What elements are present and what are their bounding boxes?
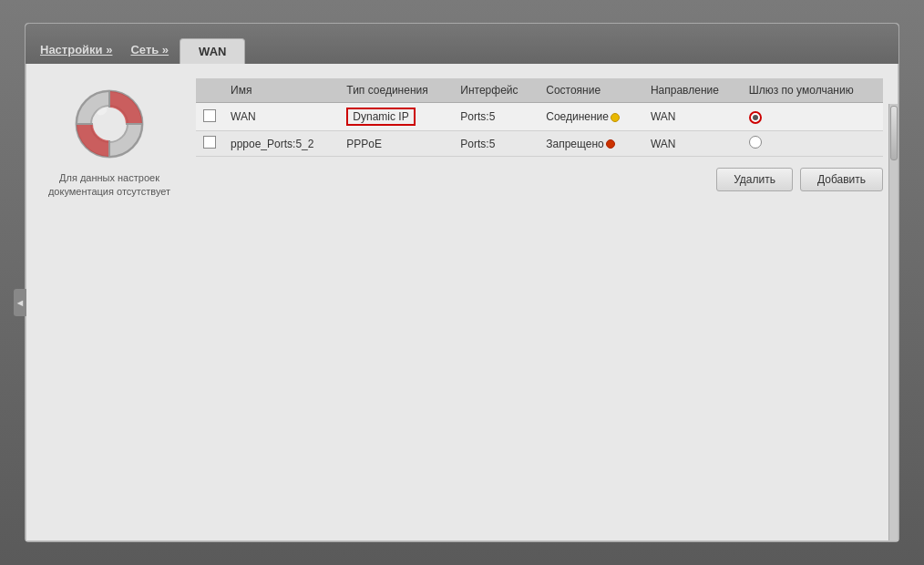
add-button[interactable]: Добавить	[800, 168, 883, 191]
row2-interface: Ports:5	[453, 131, 539, 157]
row2-status-dot	[606, 139, 615, 149]
row2-direction: WAN	[643, 131, 742, 157]
left-panel: Для данных настроек документация отсутст…	[41, 78, 178, 526]
row1-radio-selected[interactable]	[749, 111, 762, 124]
row1-checkbox-cell	[196, 103, 223, 131]
chevron-left-icon: ◄	[15, 297, 26, 308]
row1-connection-type[interactable]: Dynamic IP	[339, 103, 453, 131]
breadcrumb-settings[interactable]: Настройки »	[33, 37, 119, 64]
row1-checkbox[interactable]	[203, 109, 216, 122]
col-status: Состояние	[539, 78, 643, 103]
row2-checkbox[interactable]	[203, 136, 216, 149]
row2-name[interactable]: pppoe_Ports:5_2	[223, 131, 339, 157]
table-row: WAN Dynamic IP Ports:5 Соединение WAN	[196, 103, 883, 131]
col-default-gateway: Шлюз по умолчанию	[742, 78, 883, 103]
row1-status-dot	[611, 113, 620, 122]
tab-bar: Настройки » Сеть » WAN	[26, 24, 898, 64]
scrollbar[interactable]	[888, 104, 898, 540]
col-name: Имя	[223, 78, 339, 103]
row2-gateway[interactable]	[742, 131, 883, 157]
col-interface: Интерфейс	[453, 78, 539, 103]
help-text-line2: документация отсутствует	[48, 186, 170, 197]
table-header-row: Имя Тип соединения Интерфейс Состояние Н…	[196, 78, 883, 103]
help-text-line1: Для данных настроек	[59, 172, 159, 183]
right-panel: Имя Тип соединения Интерфейс Состояние Н…	[196, 78, 883, 526]
bottom-bar: Удалить Добавить	[196, 157, 883, 195]
row2-status: Запрещено	[539, 131, 643, 157]
content-area: ◄	[26, 64, 898, 541]
row1-name[interactable]: WAN	[223, 103, 339, 131]
row1-status-text: Соединение	[546, 110, 609, 123]
table-row: pppoe_Ports:5_2 PPPoE Ports:5 Запрещено …	[196, 131, 883, 157]
outer-wrapper: Настройки » Сеть » WAN ◄	[0, 0, 924, 565]
col-direction: Направление	[643, 78, 742, 103]
scrollbar-thumb[interactable]	[890, 106, 898, 160]
sidebar-toggle[interactable]: ◄	[14, 289, 26, 316]
delete-button[interactable]: Удалить	[716, 168, 793, 191]
lifesaver-svg	[73, 87, 146, 160]
row1-gateway[interactable]	[742, 103, 883, 131]
row2-connection-type[interactable]: PPPoE	[339, 131, 453, 157]
row1-interface: Ports:5	[453, 103, 539, 131]
row2-status-text: Запрещено	[546, 138, 603, 150]
content-inner: Для данных настроек документация отсутст…	[41, 78, 883, 526]
col-checkbox	[196, 78, 223, 103]
col-connection-type: Тип соединения	[339, 78, 453, 103]
row1-direction: WAN	[643, 103, 742, 131]
main-container: Настройки » Сеть » WAN ◄	[25, 23, 899, 542]
row2-checkbox-cell	[196, 131, 223, 157]
wan-table: Имя Тип соединения Интерфейс Состояние Н…	[196, 78, 883, 157]
help-description: Для данных настроек документация отсутст…	[48, 171, 170, 200]
row2-radio-empty[interactable]	[749, 136, 762, 149]
tab-wan[interactable]: WAN	[180, 38, 245, 64]
help-icon	[73, 87, 146, 160]
breadcrumb-network[interactable]: Сеть »	[123, 37, 176, 64]
dynamic-ip-badge[interactable]: Dynamic IP	[346, 108, 415, 126]
row1-status: Соединение	[539, 103, 643, 131]
